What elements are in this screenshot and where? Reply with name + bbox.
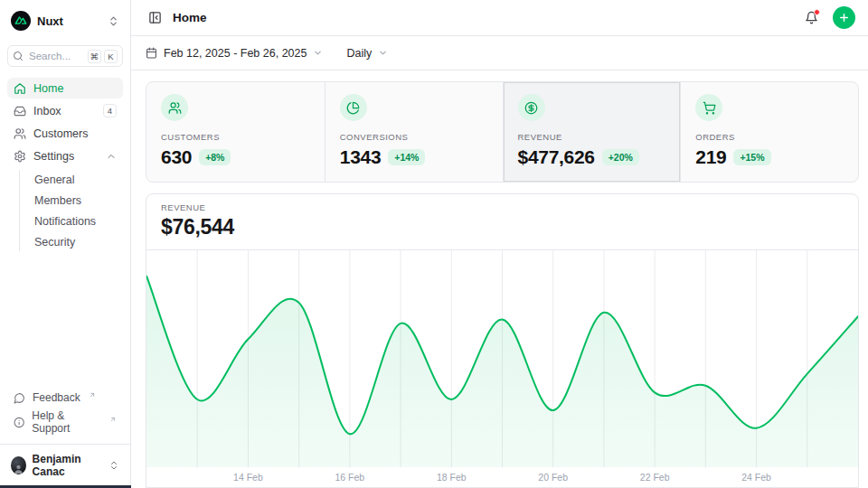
- date-range-label: Feb 12, 2025 - Feb 26, 2025: [164, 47, 307, 60]
- sidebar-nav: Home Inbox 4 Customers Settings General: [7, 78, 123, 251]
- sidebar-item-general[interactable]: General: [29, 170, 123, 189]
- period-select[interactable]: Daily: [346, 47, 388, 60]
- feedback-label: Feedback: [33, 391, 80, 404]
- page-title: Home: [173, 11, 207, 24]
- sidebar-item-label: Inbox: [33, 105, 61, 117]
- stat-label: REVENUE: [518, 132, 666, 142]
- stat-delta-badge: +8%: [199, 149, 231, 165]
- users-icon: [161, 94, 188, 121]
- stat-value: 1343: [340, 146, 382, 168]
- workspace-name: Nuxt: [37, 14, 63, 28]
- sidebar-item-settings[interactable]: Settings: [7, 145, 123, 166]
- sidebar-item-inbox[interactable]: Inbox 4: [7, 100, 123, 121]
- sidebar: Nuxt ⌘ K Home Inbox 4: [0, 0, 131, 488]
- filter-toolbar: Feb 12, 2025 - Feb 26, 2025 Daily: [131, 36, 868, 70]
- date-range-picker[interactable]: Feb 12, 2025 - Feb 26, 2025: [146, 47, 323, 60]
- stat-delta-badge: +14%: [388, 149, 425, 165]
- kbd-command: ⌘: [88, 50, 102, 63]
- period-label: Daily: [346, 47, 372, 60]
- stats-row: CUSTOMERS 630 +8% CONVERSIONS 1343 +14%: [146, 81, 859, 183]
- panel-collapse-icon: [148, 11, 162, 24]
- x-axis-label: 24 Feb: [741, 472, 771, 483]
- x-axis-label: 14 Feb: [233, 472, 263, 483]
- stat-card-conversions[interactable]: CONVERSIONS 1343 +14%: [325, 82, 503, 182]
- revenue-area-chart[interactable]: [146, 250, 858, 467]
- user-menu[interactable]: Benjamin Canac: [7, 450, 123, 481]
- message-bubble-icon: [14, 392, 25, 404]
- sidebar-item-label: Customers: [33, 127, 88, 140]
- search-input[interactable]: ⌘ K: [7, 45, 123, 67]
- notifications-button[interactable]: [801, 8, 821, 28]
- x-axis-label: 20 Feb: [538, 472, 568, 483]
- stat-card-revenue[interactable]: REVENUE $477,626 +20%: [503, 82, 681, 182]
- dollar-circle-icon: [518, 94, 545, 121]
- home-icon: [14, 82, 26, 95]
- stat-value: 219: [695, 146, 726, 168]
- sidebar-item-label: Home: [33, 82, 63, 95]
- main-panel: Home Feb 12, 2025 - Feb 26, 2025 Daily: [131, 0, 868, 488]
- stat-card-orders[interactable]: ORDERS 219 +15%: [680, 82, 858, 182]
- x-axis-label: 16 Feb: [335, 472, 364, 483]
- x-axis-label: 18 Feb: [437, 472, 467, 483]
- sidebar-item-customers[interactable]: Customers: [7, 123, 123, 144]
- notification-dot: [814, 9, 820, 15]
- revenue-chart-card: REVENUE $76,544: [146, 193, 859, 488]
- workspace-switcher[interactable]: Nuxt: [7, 7, 123, 34]
- chevron-up-down-icon: [108, 460, 119, 471]
- stat-label: CUSTOMERS: [161, 132, 310, 142]
- external-link-icon: [89, 391, 96, 399]
- stat-delta-badge: +20%: [602, 149, 639, 165]
- sidebar-divider: [0, 444, 130, 445]
- search-icon: [13, 51, 24, 61]
- plus-icon: [838, 12, 850, 23]
- nuxt-logo-icon: [11, 11, 31, 31]
- chevron-up-down-icon: [108, 15, 119, 27]
- stat-card-customers[interactable]: CUSTOMERS 630 +8%: [146, 82, 325, 182]
- app-window: Nuxt ⌘ K Home Inbox 4: [0, 0, 868, 488]
- chevron-down-icon: [378, 48, 388, 58]
- chevron-up-icon: [106, 151, 117, 162]
- calendar-icon: [146, 47, 157, 59]
- user-name: Benjamin Canac: [33, 453, 102, 478]
- sidebar-item-home[interactable]: Home: [7, 78, 123, 99]
- help-support-label: Help & Support: [32, 409, 101, 435]
- sidebar-item-security[interactable]: Security: [29, 232, 123, 251]
- chart-header: REVENUE $76,544: [146, 194, 858, 250]
- sidebar-item-members[interactable]: Members: [29, 191, 123, 210]
- feedback-link[interactable]: Feedback: [7, 389, 123, 407]
- stat-value: 630: [161, 146, 192, 168]
- chart-metric-label: REVENUE: [161, 202, 844, 212]
- gear-icon: [14, 150, 26, 163]
- avatar: [11, 456, 26, 474]
- info-circle-icon: [14, 417, 24, 428]
- page-header: Home: [131, 0, 868, 36]
- dashboard-content: CUSTOMERS 630 +8% CONVERSIONS 1343 +14%: [131, 70, 868, 488]
- stat-label: ORDERS: [695, 132, 844, 142]
- sidebar-item-label: Settings: [33, 150, 74, 163]
- settings-sub-list: General Members Notifications Security: [19, 170, 123, 251]
- search-shortcut: ⌘ K: [88, 50, 118, 63]
- sidebar-item-notifications[interactable]: Notifications: [29, 211, 123, 230]
- chevron-down-icon: [313, 48, 323, 58]
- add-button[interactable]: [833, 6, 855, 29]
- x-axis-label: 22 Feb: [640, 472, 670, 483]
- shopping-cart-icon: [695, 94, 722, 121]
- pie-chart-icon: [340, 94, 367, 121]
- chart-metric-value: $76,544: [161, 215, 844, 239]
- users-icon: [14, 127, 26, 140]
- external-link-icon: [109, 416, 117, 423]
- x-axis: 14 Feb16 Feb18 Feb20 Feb22 Feb24 Feb: [146, 467, 858, 487]
- stat-delta-badge: +15%: [733, 149, 770, 165]
- stat-label: CONVERSIONS: [340, 132, 488, 142]
- sidebar-collapse-button[interactable]: [146, 9, 164, 27]
- inbox-count-badge: 4: [103, 104, 117, 117]
- search-field[interactable]: [29, 51, 72, 61]
- help-support-link[interactable]: Help & Support: [7, 407, 123, 437]
- inbox-icon: [14, 105, 26, 117]
- kbd-k: K: [104, 50, 118, 63]
- stat-value: $477,626: [518, 146, 595, 168]
